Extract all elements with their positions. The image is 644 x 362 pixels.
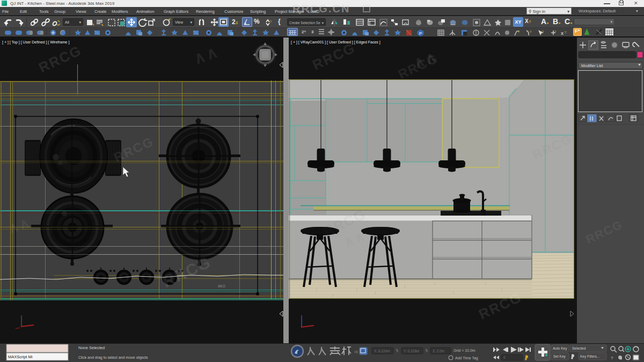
svg-text:?: ? xyxy=(611,356,613,360)
svg-text:Set Key: Set Key xyxy=(553,354,566,359)
svg-text:Auto Key: Auto Key xyxy=(553,346,567,351)
svg-text:?: ? xyxy=(554,29,557,34)
svg-text:P: P xyxy=(419,31,422,36)
svg-text:(3): (3) xyxy=(354,350,358,353)
svg-text:X: 6.224m: X: 6.224m xyxy=(374,349,390,353)
svg-text:Z: 2.0m: Z: 2.0m xyxy=(433,349,444,353)
svg-text:?: ? xyxy=(529,29,532,34)
svg-text:AKO: AKO xyxy=(218,284,225,288)
svg-text:MAXScript Mi: MAXScript Mi xyxy=(8,354,33,359)
svg-text:Add Time Tag: Add Time Tag xyxy=(455,356,478,360)
svg-text:0: 0 xyxy=(503,356,506,359)
svg-text:Grid = 10.0m: Grid = 10.0m xyxy=(453,349,475,352)
svg-text:?: ? xyxy=(564,30,567,35)
svg-text:[ + ] [ VRayCam001 ] [ User De: [ + ] [ VRayCam001 ] [ User Defined ] [ … xyxy=(291,40,380,45)
svg-text:?: ? xyxy=(269,19,272,24)
svg-text:Key Filters...: Key Filters... xyxy=(580,354,599,359)
svg-text:?: ? xyxy=(517,29,520,34)
svg-text:x: x xyxy=(561,31,564,36)
svg-text:[ + ] [ Top ] [ User Defined ]: [ + ] [ Top ] [ User Defined ] [ Wirefra… xyxy=(2,40,69,45)
svg-text:Click and drag to select and m: Click and drag to select and move object… xyxy=(78,356,148,360)
svg-text:?: ? xyxy=(541,29,544,34)
svg-text:Selected: Selected xyxy=(572,346,586,350)
svg-text:Modifier List: Modifier List xyxy=(581,63,603,68)
svg-text:None Selected: None Selected xyxy=(78,345,105,350)
svg-text:Y: 0.228m: Y: 0.228m xyxy=(404,349,419,353)
